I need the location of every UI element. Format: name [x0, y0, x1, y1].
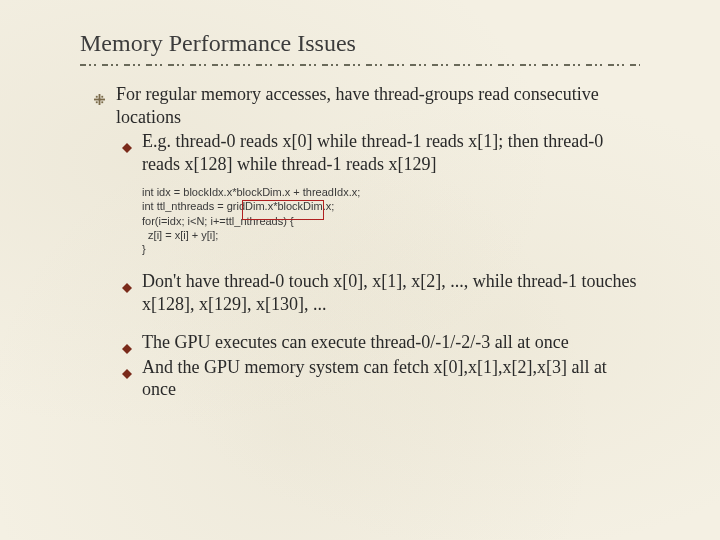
code-line: int idx = blockIdx.x*blockDim.x + thread…	[142, 186, 360, 198]
svg-marker-9	[122, 369, 132, 379]
code-line: int ttl_nthreads = gridDim.x*blockDim.x;	[142, 200, 334, 212]
slide-content: For regular memory accesses, have thread…	[80, 83, 640, 401]
svg-rect-3	[101, 96, 103, 98]
diamond-bullet-icon	[122, 362, 132, 372]
code-line: }	[142, 243, 146, 255]
diamond-bullet-icon	[122, 136, 132, 146]
svg-rect-2	[96, 96, 98, 98]
spacer	[80, 317, 640, 331]
bullet-text: For regular memory accesses, have thread…	[116, 84, 599, 127]
svg-rect-1	[94, 99, 105, 101]
bullet-level2: And the GPU memory system can fetch x[0]…	[80, 356, 640, 401]
svg-rect-5	[101, 101, 103, 103]
svg-marker-8	[122, 344, 132, 354]
title-divider	[80, 61, 640, 69]
bullet-text: Don't have thread-0 touch x[0], x[1], x[…	[142, 271, 637, 314]
bullet-text: E.g. thread-0 reads x[0] while thread-1 …	[142, 131, 603, 174]
svg-rect-4	[96, 101, 98, 103]
bullet-level2: The GPU executes can execute thread-0/-1…	[80, 331, 640, 354]
bullet-level2: E.g. thread-0 reads x[0] while thread-1 …	[80, 130, 640, 175]
cross-bullet-icon	[94, 88, 105, 99]
bullet-level1: For regular memory accesses, have thread…	[80, 83, 640, 128]
slide-title: Memory Performance Issues	[80, 30, 640, 57]
bullet-text: The GPU executes can execute thread-0/-1…	[142, 332, 569, 352]
diamond-bullet-icon	[122, 276, 132, 286]
code-line: z[i] = x[i] + y[i];	[142, 229, 218, 241]
slide: Memory Performance Issues For regular me…	[0, 0, 720, 540]
diamond-bullet-icon	[122, 337, 132, 347]
code-block: int idx = blockIdx.x*blockDim.x + thread…	[142, 185, 640, 256]
bullet-level2: Don't have thread-0 touch x[0], x[1], x[…	[80, 270, 640, 315]
code-line: for(i=idx; i<N; i+=ttl_nthreads) {	[142, 215, 294, 227]
svg-marker-6	[122, 143, 132, 153]
bullet-text: And the GPU memory system can fetch x[0]…	[142, 357, 607, 400]
svg-marker-7	[122, 283, 132, 293]
